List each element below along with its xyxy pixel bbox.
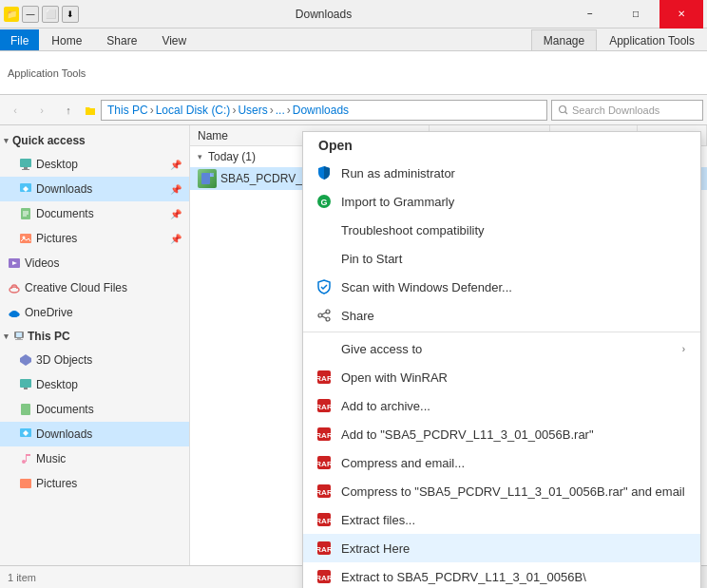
desktop2-icon (19, 378, 32, 391)
ctx-open[interactable]: Open (303, 132, 700, 159)
sidebar-item-3dobjects[interactable]: 3D Objects (0, 348, 189, 372)
winrar-open-icon: RAR (315, 368, 334, 387)
search-box[interactable]: Search Downloads (551, 100, 703, 121)
address-path[interactable]: This PC › Local Disk (C:) › Users › ... … (101, 100, 547, 121)
svg-rect-30 (26, 454, 30, 456)
sidebar-videos-label: Videos (25, 256, 59, 270)
forward-btn[interactable]: › (30, 99, 53, 122)
path-user[interactable]: ... (276, 104, 285, 117)
svg-rect-21 (15, 339, 23, 340)
documents2-icon (19, 403, 32, 416)
maximize-window-btn[interactable]: □ (614, 0, 658, 28)
ctx-compress-email[interactable]: RAR Compress and email... (303, 448, 700, 477)
sidebar-item-documents[interactable]: Documents 📌 (0, 201, 189, 226)
ctx-troubleshoot-label: Troubleshoot compatibility (341, 223, 485, 237)
sidebar-item-pictures[interactable]: Pictures 📌 (0, 226, 189, 251)
svg-line-47 (322, 313, 326, 314)
sidebar-quick-access[interactable]: ▾ Quick access (0, 129, 189, 152)
svg-point-44 (326, 310, 330, 313)
documents-icon (19, 207, 32, 220)
ctx-extract-files-label: Extract files... (341, 513, 415, 527)
path-thispc[interactable]: This PC (107, 104, 148, 117)
svg-rect-25 (21, 404, 30, 415)
sidebar-item-creative-cloud[interactable]: Creative Cloud Files (0, 275, 189, 300)
sidebar-item-onedrive[interactable]: OneDrive (0, 300, 189, 325)
sidebar-item-pictures2[interactable]: Pictures (0, 471, 189, 496)
sidebar-item-downloads[interactable]: Downloads 📌 (0, 177, 189, 201)
pin-icon-downloads: 📌 (170, 184, 182, 195)
ctx-grammarly[interactable]: G Import to Grammarly (303, 187, 700, 216)
quick-access-btn[interactable]: ⬇ (62, 6, 79, 23)
svg-rect-4 (22, 169, 29, 170)
ctx-add-specific[interactable]: RAR Add to "SBA5_PCDRV_L11_3_01_0056B.ra… (303, 420, 700, 448)
ctx-extract-files[interactable]: RAR Extract files... (303, 505, 700, 534)
computer-icon (12, 330, 26, 343)
minimize-btn[interactable]: — (22, 6, 39, 23)
ctx-run-as-admin-label: Run as administrator (341, 166, 455, 180)
ctx-troubleshoot[interactable]: Troubleshoot compatibility (303, 216, 700, 244)
tab-home[interactable]: Home (39, 29, 94, 50)
title-bar: 📁 — ⬜ ⬇ Downloads − □ ✕ (0, 0, 707, 28)
separator-1 (303, 332, 700, 332)
sidebar-documents2-label: Documents (36, 403, 94, 416)
pin-icon-documents: 📌 (170, 209, 182, 219)
ctx-extract-to[interactable]: RAR Extract to SBA5_PCDRV_L11_3_01_0056B… (303, 562, 700, 588)
svg-rect-11 (20, 234, 31, 243)
creative-cloud-icon (8, 281, 21, 294)
3dobjects-icon (19, 353, 32, 367)
ctx-add-archive[interactable]: RAR Add to archive... (303, 391, 700, 420)
ctx-compress-email-label: Compress and email... (341, 456, 465, 470)
tab-view[interactable]: View (149, 29, 199, 50)
svg-rect-23 (20, 379, 31, 388)
svg-text:RAR: RAR (316, 403, 332, 411)
ctx-pin-start[interactable]: Pin to Start (303, 244, 700, 273)
sidebar-item-music[interactable]: Music (0, 446, 189, 471)
sidebar-this-pc-label: This PC (28, 330, 70, 343)
close-window-btn[interactable]: ✕ (659, 0, 703, 28)
ctx-compress-specific-email[interactable]: RAR Compress to "SBA5_PCDRV_L11_3_01_005… (303, 477, 700, 505)
up-btn[interactable]: ↑ (57, 99, 80, 122)
restore-btn[interactable]: ⬜ (42, 6, 59, 23)
ctx-winrar-open[interactable]: RAR Open with WinRAR (303, 363, 700, 391)
ctx-give-access[interactable]: Give access to › (303, 334, 700, 363)
pin-start-icon (315, 249, 334, 268)
tab-share[interactable]: Share (94, 29, 149, 50)
path-downloads[interactable]: Downloads (293, 104, 349, 117)
grammarly-icon: G (315, 192, 334, 211)
ctx-share[interactable]: Share (303, 301, 700, 330)
ctx-defender[interactable]: Scan with Windows Defender... (303, 273, 700, 301)
extract-to-icon: RAR (315, 567, 334, 586)
music-icon (19, 452, 32, 465)
back-btn[interactable]: ‹ (4, 99, 27, 122)
videos-icon (8, 256, 21, 270)
status-item-count: 1 item (8, 572, 36, 583)
sidebar-this-pc[interactable]: ▾ This PC (0, 325, 189, 348)
path-users[interactable]: Users (238, 104, 267, 117)
ctx-run-as-admin[interactable]: Run as administrator (303, 159, 700, 187)
ctx-extract-here[interactable]: RAR Extract Here (303, 534, 700, 562)
sidebar-item-downloads2[interactable]: Downloads (0, 422, 189, 446)
tab-app-tools[interactable]: Application Tools (597, 29, 707, 50)
sidebar-desktop2-label: Desktop (36, 378, 78, 391)
svg-point-28 (22, 460, 26, 464)
sidebar-item-desktop[interactable]: Desktop 📌 (0, 152, 189, 177)
sidebar-item-videos[interactable]: Videos (0, 251, 189, 275)
tab-file[interactable]: File (0, 29, 39, 50)
minimize-window-btn[interactable]: − (568, 0, 612, 28)
svg-line-48 (322, 316, 326, 318)
ribbon-content: Application Tools (0, 51, 707, 95)
search-placeholder: Search Downloads (572, 104, 659, 116)
sidebar: ▾ Quick access Desktop 📌 Downloads 📌 Doc… (0, 125, 190, 565)
svg-rect-3 (24, 167, 28, 169)
path-localdisk[interactable]: Local Disk (C:) (156, 104, 231, 117)
title-bar-left: 📁 — ⬜ ⬇ (4, 6, 79, 23)
svg-point-46 (318, 313, 322, 317)
sidebar-item-documents2[interactable]: Documents (0, 397, 189, 422)
ctx-open-label: Open (318, 138, 353, 153)
ctx-extract-to-label: Extract to SBA5_PCDRV_L11_3_01_0056B\ (341, 570, 586, 584)
sidebar-3dobjects-label: 3D Objects (36, 353, 92, 367)
sidebar-item-desktop2[interactable]: Desktop (0, 372, 189, 397)
shield-icon (315, 163, 334, 182)
svg-text:G: G (320, 198, 327, 207)
tab-manage[interactable]: Manage (531, 29, 597, 50)
